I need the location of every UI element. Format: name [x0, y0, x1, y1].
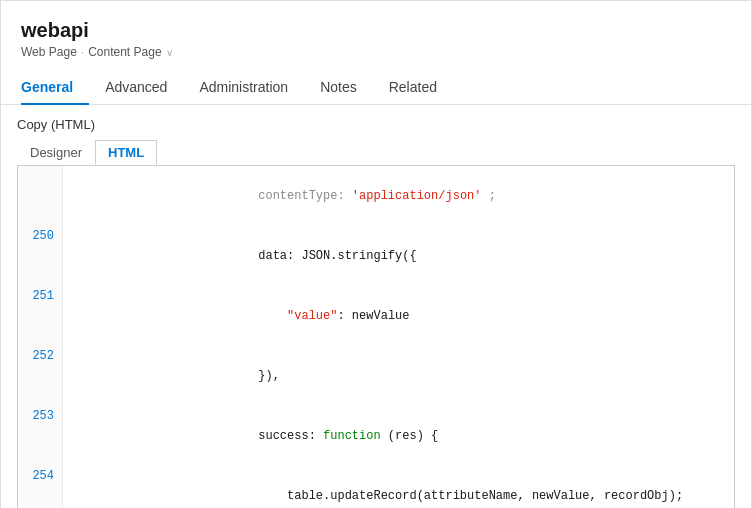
tab-advanced[interactable]: Advanced	[89, 71, 183, 105]
line-number: 254	[18, 466, 63, 508]
breadcrumb: Web Page · Content Page ∨	[21, 45, 731, 59]
table-row: 252 }),	[18, 346, 734, 406]
editor-tab-bar: Designer HTML	[17, 140, 735, 166]
code-editor[interactable]: contentType: 'application/json' ; 250 da…	[17, 166, 735, 508]
line-number: 251	[18, 286, 63, 346]
table-row: 253 success: function (res) {	[18, 406, 734, 466]
tab-notes[interactable]: Notes	[304, 71, 373, 105]
chevron-down-icon: ∨	[166, 47, 173, 58]
line-number: 252	[18, 346, 63, 406]
tab-administration[interactable]: Administration	[183, 71, 304, 105]
breadcrumb-separator: ·	[81, 45, 84, 59]
tab-bar: General Advanced Administration Notes Re…	[21, 71, 731, 104]
line-number: 253	[18, 406, 63, 466]
table-row: 251 "value": newValue	[18, 286, 734, 346]
tab-general[interactable]: General	[21, 71, 89, 105]
table-row: 250 data: JSON.stringify({	[18, 226, 734, 286]
editor-tab-designer[interactable]: Designer	[17, 140, 95, 165]
page-container: webapi Web Page · Content Page ∨ General…	[0, 0, 752, 508]
table-row: contentType: 'application/json' ;	[18, 166, 734, 226]
content-area: Copy (HTML) Designer HTML contentType: '…	[1, 105, 751, 508]
breadcrumb-part1[interactable]: Web Page	[21, 45, 77, 59]
editor-tab-html[interactable]: HTML	[95, 140, 157, 165]
section-title: Copy (HTML)	[17, 117, 735, 132]
header: webapi Web Page · Content Page ∨ General…	[1, 1, 751, 105]
tab-related[interactable]: Related	[373, 71, 453, 105]
breadcrumb-part2[interactable]: Content Page	[88, 45, 161, 59]
table-row: 254 table.updateRecord(attributeName, ne…	[18, 466, 734, 508]
page-title: webapi	[21, 17, 731, 43]
line-number: 250	[18, 226, 63, 286]
line-number	[18, 166, 63, 226]
